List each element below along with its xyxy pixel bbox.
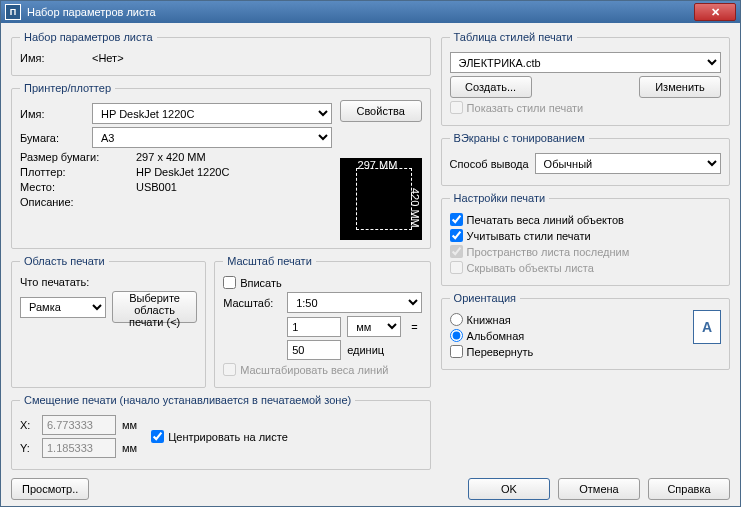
orient-group: Ориентация Книжная Альбомная Перевернуть…	[441, 292, 730, 370]
help-button[interactable]: Справка	[648, 478, 730, 500]
options-group: Настройки печати Печатать веса линий объ…	[441, 192, 730, 286]
app-icon: П	[5, 4, 21, 20]
x-mm: мм	[122, 419, 137, 431]
styletable-select[interactable]: ЭЛЕКТРИКА.ctb	[450, 52, 721, 73]
options-legend: Настройки печати	[450, 192, 550, 204]
printer-name-select[interactable]: HP DeskJet 1220C	[92, 103, 332, 124]
printer-legend: Принтер/плоттер	[20, 82, 115, 94]
properties-button[interactable]: Свойства	[340, 100, 422, 122]
preview-button[interactable]: Просмотр..	[11, 478, 89, 500]
shaded-legend: ВЭкраны с тонированием	[450, 132, 589, 144]
what-label: Что печатать:	[20, 276, 89, 288]
units-select[interactable]: мм	[347, 316, 401, 337]
show-styles-checkbox: Показать стили печати	[450, 101, 721, 114]
where-value: USB001	[136, 181, 177, 193]
show-styles-input	[450, 101, 463, 114]
units-label: единиц	[347, 344, 384, 356]
create-button[interactable]: Создать...	[450, 76, 532, 98]
equals-sign: =	[407, 321, 421, 333]
x-input	[42, 415, 116, 435]
portrait-radio[interactable]: Книжная	[450, 313, 685, 326]
method-select[interactable]: Обычный	[535, 153, 721, 174]
center-checkbox[interactable]: Центрировать на листе	[151, 430, 288, 443]
scale-top-input[interactable]	[287, 317, 341, 337]
window-title: Набор параметров листа	[27, 6, 156, 18]
pagesetup-name-label: Имя:	[20, 52, 86, 64]
shaded-group: ВЭкраны с тонированием Способ вывода Обы…	[441, 132, 730, 186]
close-icon: ✕	[711, 6, 720, 19]
printer-name-label: Имя:	[20, 108, 86, 120]
offset-legend: Смещение печати (начало устанавливается …	[20, 394, 355, 406]
fit-checkbox[interactable]: Вписать	[223, 276, 421, 289]
titlebar: П Набор параметров листа ✕	[1, 1, 740, 23]
opt-paperspace: Пространство листа последним	[450, 245, 721, 258]
fit-input[interactable]	[223, 276, 236, 289]
plotarea-group: Область печати Что печатать: Рамка Выбер…	[11, 255, 206, 388]
pagesetup-name-value: <Нет>	[92, 52, 124, 64]
scale-group: Масштаб печати Вписать Масштаб: 1:50	[214, 255, 430, 388]
opt-lw[interactable]: Печатать веса линий объектов	[450, 213, 721, 226]
pagesetup-group: Набор параметров листа Имя: <Нет>	[11, 31, 431, 76]
where-label: Место:	[20, 181, 130, 193]
scale-lw-input	[223, 363, 236, 376]
preview-sheet	[356, 168, 412, 230]
scale-bottom-input[interactable]	[287, 340, 341, 360]
orientation-icon: A	[693, 310, 721, 344]
paper-preview: 297 MM 420 MM	[340, 158, 422, 240]
upside-checkbox[interactable]: Перевернуть	[450, 345, 685, 358]
ok-button[interactable]: OK	[468, 478, 550, 500]
desc-label: Описание:	[20, 196, 130, 208]
y-label: Y:	[20, 442, 36, 454]
preview-height: 420 MM	[409, 188, 421, 228]
method-label: Способ вывода	[450, 158, 529, 170]
what-select[interactable]: Рамка	[20, 297, 106, 318]
footer: Просмотр.. OK Отмена Справка	[11, 470, 730, 500]
offset-group: Смещение печати (начало устанавливается …	[11, 394, 431, 470]
scale-lw-checkbox: Масштабировать веса линий	[223, 363, 421, 376]
x-label: X:	[20, 419, 36, 431]
styletable-legend: Таблица стилей печати	[450, 31, 577, 43]
opt-styles[interactable]: Учитывать стили печати	[450, 229, 721, 242]
paper-label: Бумага:	[20, 132, 86, 144]
scale-legend: Масштаб печати	[223, 255, 316, 267]
y-input	[42, 438, 116, 458]
orient-legend: Ориентация	[450, 292, 520, 304]
center-input[interactable]	[151, 430, 164, 443]
scale-select[interactable]: 1:50	[287, 292, 421, 313]
plotarea-legend: Область печати	[20, 255, 109, 267]
landscape-radio[interactable]: Альбомная	[450, 329, 685, 342]
plotter-label: Плоттер:	[20, 166, 130, 178]
edit-button[interactable]: Изменить	[639, 76, 721, 98]
cancel-button[interactable]: Отмена	[558, 478, 640, 500]
dialog-window: П Набор параметров листа ✕ Набор парамет…	[0, 0, 741, 507]
window-button[interactable]: Выберите область печати (<)	[112, 291, 197, 323]
scale-label: Масштаб:	[223, 297, 281, 309]
opt-hide: Скрывать объекты листа	[450, 261, 721, 274]
papersize-label: Размер бумаги:	[20, 151, 130, 163]
plotter-value: HP DeskJet 1220C	[136, 166, 229, 178]
printer-group: Принтер/плоттер Имя: HP DeskJet 1220C Бу…	[11, 82, 431, 249]
paper-select[interactable]: A3	[92, 127, 332, 148]
y-mm: мм	[122, 442, 137, 454]
pagesetup-legend: Набор параметров листа	[20, 31, 157, 43]
styletable-group: Таблица стилей печати ЭЛЕКТРИКА.ctb Созд…	[441, 31, 730, 126]
close-button[interactable]: ✕	[694, 3, 736, 21]
papersize-value: 297 x 420 MM	[136, 151, 206, 163]
